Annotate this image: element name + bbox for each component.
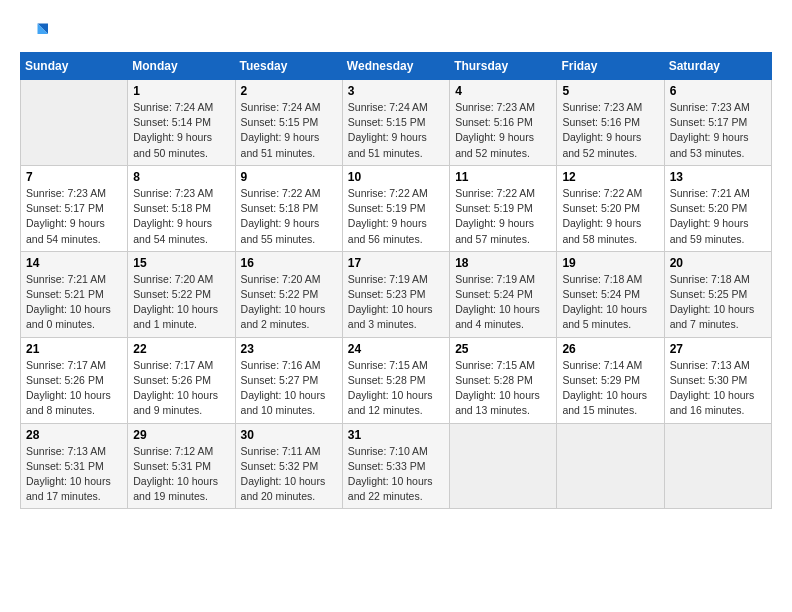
calendar-cell: 10Sunrise: 7:22 AMSunset: 5:19 PMDayligh… (342, 165, 449, 251)
day-number: 13 (670, 170, 766, 184)
day-of-week-header: Monday (128, 53, 235, 80)
day-of-week-header: Friday (557, 53, 664, 80)
calendar-cell: 1Sunrise: 7:24 AMSunset: 5:14 PMDaylight… (128, 80, 235, 166)
day-info: Sunrise: 7:15 AMSunset: 5:28 PMDaylight:… (348, 358, 444, 419)
calendar-cell: 24Sunrise: 7:15 AMSunset: 5:28 PMDayligh… (342, 337, 449, 423)
calendar-cell: 8Sunrise: 7:23 AMSunset: 5:18 PMDaylight… (128, 165, 235, 251)
day-info: Sunrise: 7:11 AMSunset: 5:32 PMDaylight:… (241, 444, 337, 505)
day-info: Sunrise: 7:10 AMSunset: 5:33 PMDaylight:… (348, 444, 444, 505)
day-of-week-header: Thursday (450, 53, 557, 80)
calendar-cell: 11Sunrise: 7:22 AMSunset: 5:19 PMDayligh… (450, 165, 557, 251)
calendar-table: SundayMondayTuesdayWednesdayThursdayFrid… (20, 52, 772, 509)
day-info: Sunrise: 7:22 AMSunset: 5:19 PMDaylight:… (348, 186, 444, 247)
calendar-cell: 7Sunrise: 7:23 AMSunset: 5:17 PMDaylight… (21, 165, 128, 251)
day-number: 4 (455, 84, 551, 98)
calendar-cell: 15Sunrise: 7:20 AMSunset: 5:22 PMDayligh… (128, 251, 235, 337)
day-info: Sunrise: 7:14 AMSunset: 5:29 PMDaylight:… (562, 358, 658, 419)
calendar-cell (450, 423, 557, 509)
calendar-cell: 29Sunrise: 7:12 AMSunset: 5:31 PMDayligh… (128, 423, 235, 509)
day-info: Sunrise: 7:22 AMSunset: 5:18 PMDaylight:… (241, 186, 337, 247)
day-number: 9 (241, 170, 337, 184)
day-number: 12 (562, 170, 658, 184)
day-number: 14 (26, 256, 122, 270)
day-info: Sunrise: 7:23 AMSunset: 5:16 PMDaylight:… (562, 100, 658, 161)
day-number: 19 (562, 256, 658, 270)
calendar-header-row: SundayMondayTuesdayWednesdayThursdayFrid… (21, 53, 772, 80)
calendar-cell: 12Sunrise: 7:22 AMSunset: 5:20 PMDayligh… (557, 165, 664, 251)
day-info: Sunrise: 7:22 AMSunset: 5:20 PMDaylight:… (562, 186, 658, 247)
day-number: 25 (455, 342, 551, 356)
day-info: Sunrise: 7:17 AMSunset: 5:26 PMDaylight:… (26, 358, 122, 419)
calendar-cell: 17Sunrise: 7:19 AMSunset: 5:23 PMDayligh… (342, 251, 449, 337)
calendar-cell: 20Sunrise: 7:18 AMSunset: 5:25 PMDayligh… (664, 251, 771, 337)
day-number: 27 (670, 342, 766, 356)
day-number: 10 (348, 170, 444, 184)
day-info: Sunrise: 7:13 AMSunset: 5:31 PMDaylight:… (26, 444, 122, 505)
day-info: Sunrise: 7:13 AMSunset: 5:30 PMDaylight:… (670, 358, 766, 419)
calendar-cell: 14Sunrise: 7:21 AMSunset: 5:21 PMDayligh… (21, 251, 128, 337)
day-info: Sunrise: 7:23 AMSunset: 5:16 PMDaylight:… (455, 100, 551, 161)
day-number: 31 (348, 428, 444, 442)
calendar-cell: 30Sunrise: 7:11 AMSunset: 5:32 PMDayligh… (235, 423, 342, 509)
day-number: 16 (241, 256, 337, 270)
day-number: 28 (26, 428, 122, 442)
day-info: Sunrise: 7:20 AMSunset: 5:22 PMDaylight:… (241, 272, 337, 333)
day-info: Sunrise: 7:21 AMSunset: 5:20 PMDaylight:… (670, 186, 766, 247)
calendar-cell: 31Sunrise: 7:10 AMSunset: 5:33 PMDayligh… (342, 423, 449, 509)
day-info: Sunrise: 7:23 AMSunset: 5:17 PMDaylight:… (670, 100, 766, 161)
day-number: 22 (133, 342, 229, 356)
calendar-week-row: 28Sunrise: 7:13 AMSunset: 5:31 PMDayligh… (21, 423, 772, 509)
day-number: 8 (133, 170, 229, 184)
calendar-week-row: 14Sunrise: 7:21 AMSunset: 5:21 PMDayligh… (21, 251, 772, 337)
day-of-week-header: Wednesday (342, 53, 449, 80)
day-info: Sunrise: 7:17 AMSunset: 5:26 PMDaylight:… (133, 358, 229, 419)
calendar-cell: 3Sunrise: 7:24 AMSunset: 5:15 PMDaylight… (342, 80, 449, 166)
calendar-week-row: 7Sunrise: 7:23 AMSunset: 5:17 PMDaylight… (21, 165, 772, 251)
calendar-cell: 16Sunrise: 7:20 AMSunset: 5:22 PMDayligh… (235, 251, 342, 337)
calendar-cell (664, 423, 771, 509)
day-number: 26 (562, 342, 658, 356)
day-info: Sunrise: 7:24 AMSunset: 5:15 PMDaylight:… (241, 100, 337, 161)
calendar-week-row: 21Sunrise: 7:17 AMSunset: 5:26 PMDayligh… (21, 337, 772, 423)
day-number: 6 (670, 84, 766, 98)
day-info: Sunrise: 7:22 AMSunset: 5:19 PMDaylight:… (455, 186, 551, 247)
day-number: 20 (670, 256, 766, 270)
day-info: Sunrise: 7:16 AMSunset: 5:27 PMDaylight:… (241, 358, 337, 419)
day-info: Sunrise: 7:21 AMSunset: 5:21 PMDaylight:… (26, 272, 122, 333)
day-info: Sunrise: 7:15 AMSunset: 5:28 PMDaylight:… (455, 358, 551, 419)
day-number: 21 (26, 342, 122, 356)
page-header (20, 20, 772, 48)
day-of-week-header: Sunday (21, 53, 128, 80)
calendar-cell: 19Sunrise: 7:18 AMSunset: 5:24 PMDayligh… (557, 251, 664, 337)
logo-icon (20, 20, 48, 48)
day-number: 18 (455, 256, 551, 270)
day-number: 7 (26, 170, 122, 184)
calendar-cell: 26Sunrise: 7:14 AMSunset: 5:29 PMDayligh… (557, 337, 664, 423)
day-info: Sunrise: 7:18 AMSunset: 5:25 PMDaylight:… (670, 272, 766, 333)
calendar-cell: 18Sunrise: 7:19 AMSunset: 5:24 PMDayligh… (450, 251, 557, 337)
day-number: 17 (348, 256, 444, 270)
calendar-cell: 4Sunrise: 7:23 AMSunset: 5:16 PMDaylight… (450, 80, 557, 166)
day-number: 1 (133, 84, 229, 98)
day-info: Sunrise: 7:20 AMSunset: 5:22 PMDaylight:… (133, 272, 229, 333)
calendar-cell: 28Sunrise: 7:13 AMSunset: 5:31 PMDayligh… (21, 423, 128, 509)
calendar-cell: 6Sunrise: 7:23 AMSunset: 5:17 PMDaylight… (664, 80, 771, 166)
calendar-cell: 27Sunrise: 7:13 AMSunset: 5:30 PMDayligh… (664, 337, 771, 423)
day-of-week-header: Tuesday (235, 53, 342, 80)
logo (20, 20, 52, 48)
day-number: 2 (241, 84, 337, 98)
calendar-cell: 25Sunrise: 7:15 AMSunset: 5:28 PMDayligh… (450, 337, 557, 423)
calendar-cell: 23Sunrise: 7:16 AMSunset: 5:27 PMDayligh… (235, 337, 342, 423)
calendar-cell (21, 80, 128, 166)
calendar-cell: 13Sunrise: 7:21 AMSunset: 5:20 PMDayligh… (664, 165, 771, 251)
day-info: Sunrise: 7:24 AMSunset: 5:14 PMDaylight:… (133, 100, 229, 161)
day-info: Sunrise: 7:23 AMSunset: 5:18 PMDaylight:… (133, 186, 229, 247)
day-info: Sunrise: 7:23 AMSunset: 5:17 PMDaylight:… (26, 186, 122, 247)
day-number: 24 (348, 342, 444, 356)
day-of-week-header: Saturday (664, 53, 771, 80)
day-info: Sunrise: 7:24 AMSunset: 5:15 PMDaylight:… (348, 100, 444, 161)
calendar-cell (557, 423, 664, 509)
day-info: Sunrise: 7:19 AMSunset: 5:23 PMDaylight:… (348, 272, 444, 333)
day-number: 3 (348, 84, 444, 98)
day-number: 15 (133, 256, 229, 270)
